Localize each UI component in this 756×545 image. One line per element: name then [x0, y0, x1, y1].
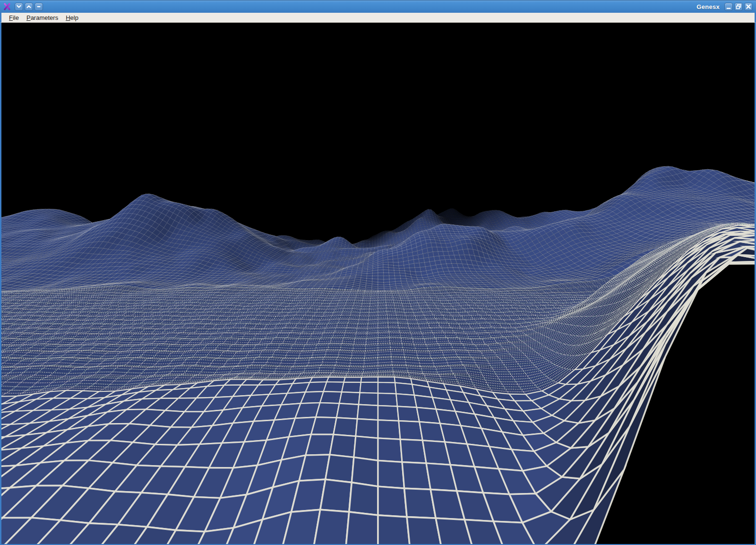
chevron-up-icon [26, 3, 32, 10]
minimize-icon [725, 3, 732, 10]
dash-icon [35, 3, 42, 10]
menu-item-parameters[interactable]: Parameters [23, 13, 62, 22]
menubar: File Parameters Help [0, 13, 756, 23]
app-window: Genesx File Parameters Help [0, 0, 756, 545]
window-title: Genesx [696, 3, 724, 10]
menu-item-file[interactable]: File [5, 13, 23, 22]
close-icon [745, 3, 752, 10]
dash-button[interactable] [34, 3, 43, 11]
x11-logo-icon [3, 2, 11, 11]
menu-item-help[interactable]: Help [62, 13, 82, 22]
close-button[interactable] [744, 3, 753, 11]
titlebar[interactable]: Genesx [0, 0, 756, 13]
chevron-down-icon [16, 3, 22, 10]
shade-down-button[interactable] [15, 3, 23, 11]
restore-button[interactable] [734, 3, 743, 11]
viewport-frame [0, 23, 756, 545]
shade-up-button[interactable] [25, 3, 33, 11]
restore-icon [735, 3, 742, 10]
minimize-button[interactable] [724, 3, 733, 11]
terrain-viewport[interactable] [1, 23, 755, 544]
